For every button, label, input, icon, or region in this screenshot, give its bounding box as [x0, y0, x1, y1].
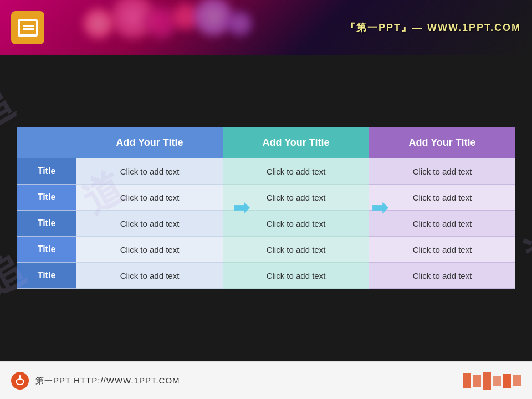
footer-bar-4 — [493, 376, 501, 386]
table-row: Title Click to add text Click to add tex… — [17, 237, 515, 263]
header-col3[interactable]: Add Your Title — [369, 127, 515, 158]
site-title: 『第一PPT』— WWW.1PPT.COM — [345, 21, 521, 34]
main-content: ➡ ➡ Add Your Title Add Your Title Add Yo… — [17, 61, 515, 355]
col2-cell-4[interactable]: Click to add text — [223, 263, 369, 289]
col3-cell-2[interactable]: Click to add text — [369, 211, 515, 237]
logo-icon — [11, 11, 44, 44]
col1-cell-2[interactable]: Click to add text — [76, 211, 223, 237]
svg-point-0 — [16, 379, 24, 385]
title-cell-2[interactable]: Title — [17, 211, 76, 237]
col2-cell-0[interactable]: Click to add text — [223, 158, 369, 185]
title-cell-1[interactable]: Title — [17, 185, 76, 211]
comparison-table: Add Your Title Add Your Title Add Your T… — [17, 127, 515, 289]
table-wrapper: ➡ ➡ Add Your Title Add Your Title Add Yo… — [17, 127, 515, 289]
footer-text: 第一PPT HTTP://WWW.1PPT.COM — [35, 376, 463, 386]
table-row: Title Click to add text Click to add tex… — [17, 185, 515, 211]
header-empty — [17, 127, 76, 158]
col1-cell-0[interactable]: Click to add text — [76, 158, 223, 185]
col1-cell-3[interactable]: Click to add text — [76, 237, 223, 263]
footer-bar-3 — [483, 372, 491, 390]
footer-bar-1 — [463, 373, 471, 388]
table-row: Title Click to add text Click to add tex… — [17, 211, 515, 237]
footer-bar-6 — [513, 375, 521, 386]
col2-cell-3[interactable]: Click to add text — [223, 237, 369, 263]
col3-cell-1[interactable]: Click to add text — [369, 185, 515, 211]
col2-cell-2[interactable]: Click to add text — [223, 211, 369, 237]
footer-bar-2 — [473, 375, 481, 387]
table-header-row: Add Your Title Add Your Title Add Your T… — [17, 127, 515, 158]
col1-cell-4[interactable]: Click to add text — [76, 263, 223, 289]
header-col2[interactable]: Add Your Title — [223, 127, 369, 158]
title-cell-0[interactable]: Title — [17, 158, 76, 185]
svg-point-2 — [19, 375, 21, 377]
logo-inner — [18, 19, 38, 36]
col3-cell-4[interactable]: Click to add text — [369, 263, 515, 289]
table-row: Title Click to add text Click to add tex… — [17, 263, 515, 289]
header-col1[interactable]: Add Your Title — [76, 127, 223, 158]
table-body: Title Click to add text Click to add tex… — [17, 158, 515, 289]
col3-cell-3[interactable]: Click to add text — [369, 237, 515, 263]
header-bar: 『第一PPT』— WWW.1PPT.COM — [0, 0, 532, 55]
footer-logo-icon — [11, 372, 29, 390]
col2-cell-1[interactable]: Click to add text — [223, 185, 369, 211]
footer-decorative-bars — [463, 372, 521, 390]
footer-bar: 第一PPT HTTP://WWW.1PPT.COM — [0, 361, 532, 399]
col3-cell-0[interactable]: Click to add text — [369, 158, 515, 185]
title-cell-3[interactable]: Title — [17, 237, 76, 263]
title-cell-4[interactable]: Title — [17, 263, 76, 289]
table-row: Title Click to add text Click to add tex… — [17, 158, 515, 185]
col1-cell-1[interactable]: Click to add text — [76, 185, 223, 211]
footer-bar-5 — [503, 374, 511, 388]
